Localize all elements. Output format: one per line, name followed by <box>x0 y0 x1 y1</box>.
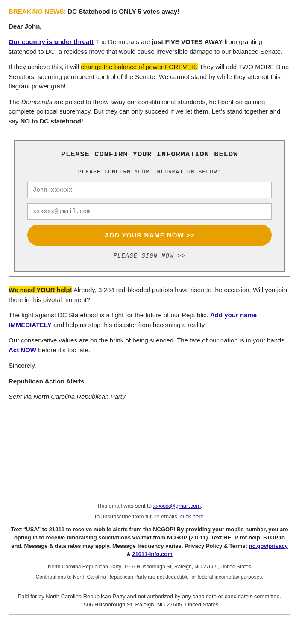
paragraph-2: If they achieve this, it will change the… <box>9 62 290 91</box>
privacy-link[interactable]: nc.gov/privacy <box>249 543 288 549</box>
breaking-news-line: BREAKING NEWS: DC Statehood is ONLY 5 vo… <box>9 7 290 17</box>
para3-italic: Democrats <box>21 98 53 105</box>
greeting: Dear John, <box>9 22 290 32</box>
highlight-forever: change the balance of power FOREVER. <box>81 63 198 70</box>
paragraph-6: Our conservative values are on the brink… <box>9 336 290 355</box>
sender-via: Sent via North Carolina Republican Party <box>9 392 290 402</box>
sincerely: Sincerely, <box>9 361 290 371</box>
five-votes-bold: just FIVE VOTES AWAY <box>152 38 223 45</box>
footer: This email was sent to xxxxxx@gmail.com.… <box>9 502 290 615</box>
paragraph-5: The fight against DC Statehood is a figh… <box>9 310 290 330</box>
period2: . <box>204 513 205 520</box>
footer-address: North Carolina Republican Party, 1506 Hi… <box>9 563 290 571</box>
we-need-highlight: We need YOUR help! <box>9 286 72 293</box>
paragraph-1: Our country is under threat! The Democra… <box>9 37 290 56</box>
footer-amp: & <box>126 551 132 557</box>
form-outer: PLEASE CONFIRM YOUR INFORMATION BELOW PL… <box>9 135 290 277</box>
footer-bold-block: Text “USA” to 21011 to receive mobile al… <box>9 525 290 559</box>
breaking-label: BREAKING NEWS: <box>9 8 66 15</box>
paragraph-4: We need YOUR help! Already, 3,284 red-bl… <box>9 285 290 304</box>
email-input[interactable] <box>27 203 272 220</box>
unsub-prefix: To unsubscribe from future emails, <box>94 513 180 520</box>
period1: . <box>201 503 202 509</box>
footer-deductible: Contributions to North Carolina Republic… <box>9 573 290 581</box>
sender-name: Republican Action Alerts <box>9 377 290 386</box>
sent-to-prefix: This email was sent to <box>97 503 153 509</box>
para2-start: If they achieve this, it will <box>9 63 81 70</box>
name-input[interactable] <box>27 182 272 198</box>
form-title: PLEASE CONFIRM YOUR INFORMATION BELOW <box>27 149 272 160</box>
form-subtitle: PLEASE CONFIRM YOUR INFORMATION BELOW: <box>27 168 272 176</box>
unsub-link[interactable]: click here <box>180 513 204 520</box>
threat-link[interactable]: Our country is under threat! <box>9 38 94 45</box>
para6-end: before it's too late. <box>36 346 90 354</box>
para5-start: The fight against DC Statehood is a figh… <box>9 311 210 319</box>
footer-disclaimer: Paid for by North Carolina Republican Pa… <box>9 587 290 615</box>
sign-now-label: PLEASE SIGN NOW >> <box>27 252 272 261</box>
para3-bold-end: NO to DC statehood! <box>21 117 84 125</box>
footer-bold-text: Text “USA” to 21011 to receive mobile al… <box>11 526 288 549</box>
act-now-link[interactable]: Act NOW <box>9 346 36 354</box>
sent-to-email[interactable]: xxxxxx@gmail.com <box>153 503 201 509</box>
breaking-news-text: DC Statehood is ONLY 5 votes away! <box>66 8 179 15</box>
add-name-button[interactable]: ADD YOUR NAME NOW >> <box>27 225 272 246</box>
footer-unsub: To unsubscribe from future emails, click… <box>9 512 290 521</box>
terms-link[interactable]: 21011-info.com <box>132 551 173 557</box>
para3-start: The <box>9 98 21 105</box>
spacer <box>9 408 290 485</box>
para5-end: and help us stop this disaster from beco… <box>52 321 206 328</box>
para1-rest: The Democrats are <box>94 38 152 45</box>
form-inner: PLEASE CONFIRM YOUR INFORMATION BELOW PL… <box>14 140 285 272</box>
footer-sent-to: This email was sent to xxxxxx@gmail.com. <box>9 502 290 510</box>
para6-start: Our conservative values are on the brink… <box>9 337 286 344</box>
paragraph-3: The Democrats are poised to throw away o… <box>9 97 290 126</box>
